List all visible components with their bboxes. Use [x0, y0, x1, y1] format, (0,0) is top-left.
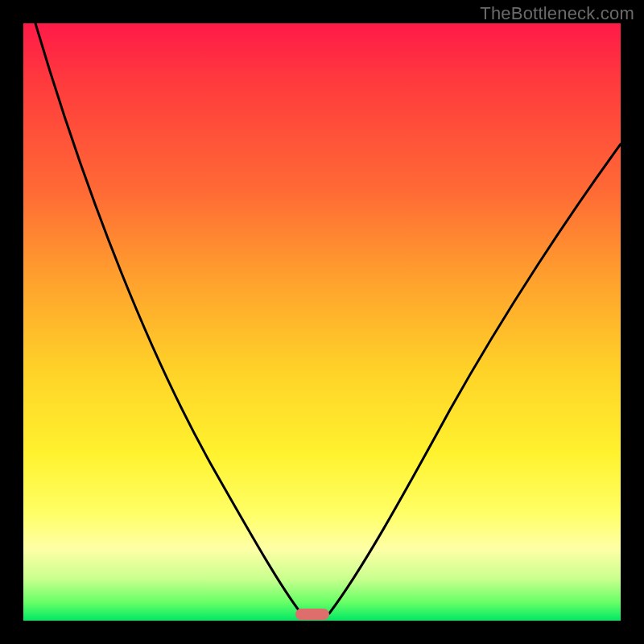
- curve-right-branch: [329, 144, 621, 613]
- chart-frame: TheBottleneck.com: [0, 0, 644, 644]
- optimum-marker: [295, 609, 329, 620]
- curve-left-branch: [35, 23, 301, 613]
- plot-area: [23, 23, 621, 621]
- bottleneck-curve: [23, 23, 621, 621]
- watermark-text: TheBottleneck.com: [480, 3, 634, 24]
